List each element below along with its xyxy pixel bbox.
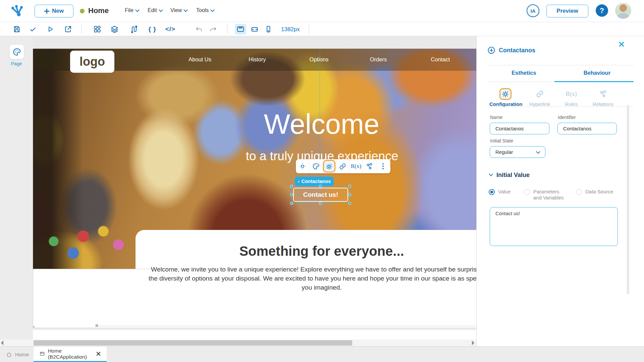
- source-code-button[interactable]: </>: [165, 24, 176, 35]
- scroll-right-arrow[interactable]: [472, 341, 474, 345]
- configuration-button[interactable]: [323, 159, 336, 173]
- resize-handle-nw[interactable]: [290, 185, 293, 188]
- hyperlink-button[interactable]: [336, 159, 350, 173]
- menu-view[interactable]: View: [170, 7, 187, 13]
- resize-handle-sw[interactable]: [290, 202, 293, 205]
- close-tab-button[interactable]: [96, 352, 101, 356]
- name-input[interactable]: [490, 123, 549, 134]
- undo-icon: [195, 25, 203, 33]
- tablet-icon: [251, 25, 259, 33]
- initial-value-section-header[interactable]: Initial Value: [489, 172, 530, 179]
- cta-button-label: Contact us!: [303, 191, 338, 198]
- relations-button[interactable]: [363, 159, 376, 173]
- subtab-hyperlink[interactable]: Hyperlink: [524, 87, 556, 107]
- name-field-label: Name: [490, 115, 502, 120]
- nav-link-orders[interactable]: Orders: [370, 56, 387, 63]
- section-title[interactable]: Something for everyone...: [239, 244, 404, 259]
- panel-header: Contactanos: [487, 46, 535, 54]
- panel-scrollbar-thumb[interactable]: [627, 105, 629, 294]
- subtab-configuration[interactable]: Configuration: [489, 87, 522, 107]
- subtab-rules[interactable]: R(x) Rules: [555, 87, 587, 107]
- page-tool-button[interactable]: [9, 44, 24, 59]
- nav-link-options[interactable]: Options: [310, 56, 329, 63]
- more-options-button[interactable]: [376, 159, 390, 173]
- design-canvas[interactable]: logo About Us History Options Orders Con…: [33, 49, 476, 340]
- scroll-left-arrow[interactable]: [1, 341, 3, 345]
- identifier-input[interactable]: [557, 123, 617, 134]
- move-button[interactable]: [296, 159, 309, 173]
- tab-esthetics[interactable]: Esthetics: [487, 70, 560, 76]
- panel-title: Contactanos: [499, 47, 535, 54]
- resize-handle-ne[interactable]: [348, 185, 351, 188]
- resize-handle-n[interactable]: [319, 185, 322, 188]
- section-boundary: [33, 49, 476, 49]
- menu-file[interactable]: File: [125, 7, 139, 13]
- menu-tools[interactable]: Tools: [196, 7, 214, 13]
- status-dot: [80, 9, 85, 13]
- export-button[interactable]: [62, 24, 74, 35]
- style-button[interactable]: [309, 159, 323, 173]
- selected-element-chip[interactable]: ‹ Contactanos: [295, 177, 334, 186]
- flow-button[interactable]: [128, 24, 140, 35]
- device-tablet-button[interactable]: [249, 24, 260, 35]
- device-desktop-button[interactable]: [235, 24, 246, 35]
- move-icon: [299, 163, 306, 170]
- close-icon: [96, 352, 101, 356]
- resize-handle-s[interactable]: [319, 202, 322, 205]
- save-button[interactable]: [11, 24, 22, 35]
- rules-button[interactable]: R(x): [350, 159, 363, 173]
- tab-home[interactable]: Home: [0, 347, 35, 362]
- section-boundary: [33, 49, 33, 328]
- initial-value-textarea[interactable]: Contact us!: [490, 207, 618, 246]
- page-title: Home: [88, 6, 109, 15]
- components-button[interactable]: [92, 24, 103, 35]
- nav-link-contact[interactable]: Contact: [431, 56, 450, 63]
- gear-sparkle-icon: [326, 163, 333, 170]
- active-tab-underline: [554, 81, 634, 82]
- resize-handle-e[interactable]: [348, 193, 351, 196]
- tab-home-b2capplication[interactable]: Home (B2CApplication): [34, 347, 107, 362]
- chevron-down-icon: [184, 8, 188, 12]
- ia-badge-button[interactable]: IA: [527, 4, 539, 17]
- relations-icon: [366, 163, 373, 170]
- section-handle[interactable]: [96, 324, 98, 327]
- kebab-icon: [382, 163, 384, 169]
- ia-badge-label: IA: [531, 8, 536, 14]
- panel-close-button[interactable]: [619, 42, 625, 48]
- initial-state-select[interactable]: Regular: [490, 146, 545, 158]
- menu-edit[interactable]: Edit: [148, 7, 162, 13]
- preview-button-label: Preview: [556, 8, 578, 14]
- hero-title[interactable]: Welcome: [264, 108, 379, 140]
- link-icon: [536, 90, 544, 98]
- section-boundary: [33, 269, 476, 269]
- validate-button[interactable]: [27, 24, 39, 35]
- horizontal-scrollbar[interactable]: [0, 340, 476, 346]
- device-mobile-button[interactable]: [263, 24, 274, 35]
- nav-link-about[interactable]: About Us: [189, 56, 211, 63]
- redo-button[interactable]: [208, 24, 219, 35]
- new-button[interactable]: New: [35, 5, 73, 17]
- site-logo[interactable]: logo: [70, 51, 114, 73]
- layers-icon: [110, 25, 119, 34]
- variables-button[interactable]: { }: [147, 24, 158, 35]
- preview-button[interactable]: Preview: [546, 5, 588, 17]
- radio-parameters-variables[interactable]: Parameters and Variables: [524, 189, 568, 201]
- radio-icon: [576, 189, 582, 195]
- layers-button[interactable]: [109, 24, 120, 35]
- toolbar-divider: [227, 25, 227, 34]
- scrollbar-thumb[interactable]: [34, 340, 352, 346]
- flow-icon: [130, 25, 138, 33]
- user-avatar[interactable]: [615, 3, 631, 19]
- help-button[interactable]: ?: [596, 4, 608, 17]
- resize-handle-se[interactable]: [348, 202, 351, 205]
- menu-file-label: File: [125, 7, 133, 13]
- cta-button[interactable]: Contact us!: [293, 188, 348, 202]
- nav-link-history[interactable]: History: [249, 56, 266, 63]
- subtab-relations[interactable]: Relations: [587, 87, 619, 107]
- radio-data-source[interactable]: Data Source: [576, 189, 613, 195]
- radio-value[interactable]: Value: [489, 189, 511, 195]
- tab-behaviour[interactable]: Behaviour: [560, 70, 634, 76]
- undo-button[interactable]: [193, 24, 205, 35]
- run-button[interactable]: [45, 24, 56, 35]
- resize-handle-w[interactable]: [290, 193, 293, 196]
